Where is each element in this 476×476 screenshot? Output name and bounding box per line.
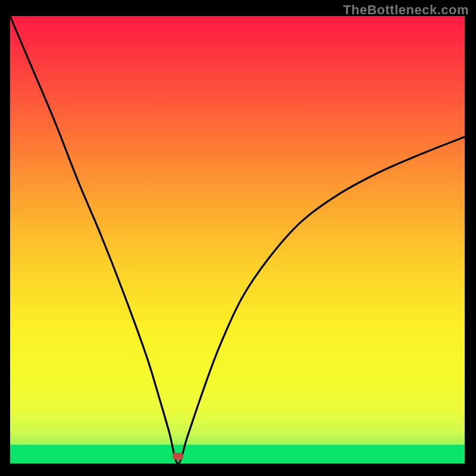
plot-area xyxy=(10,16,465,464)
plot-svg xyxy=(10,16,465,464)
minimum-marker xyxy=(173,453,183,460)
gradient-background xyxy=(10,16,465,464)
watermark-text: TheBottleneck.com xyxy=(343,2,469,18)
green-band xyxy=(10,444,465,464)
chart-frame: TheBottleneck.com xyxy=(0,0,476,476)
